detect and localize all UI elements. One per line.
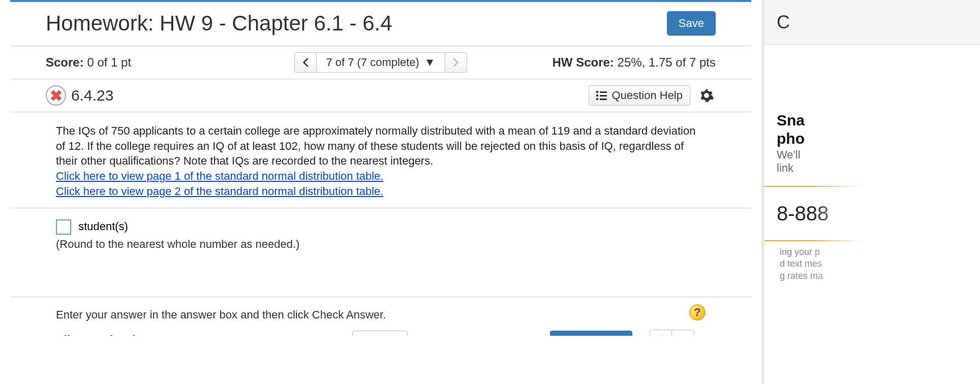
hw-score-display: HW Score: 25%, 1.75 of 7 pts bbox=[467, 55, 716, 70]
right-heading-2: pho bbox=[777, 130, 980, 147]
score-value: 0 of 1 pt bbox=[87, 55, 131, 69]
answer-input[interactable] bbox=[56, 219, 71, 235]
caret-down-icon: ▼ bbox=[424, 56, 436, 69]
question-number: 6.4.23 bbox=[71, 87, 113, 104]
page-title: Homework: HW 9 - Chapter 6.1 - 6.4 bbox=[46, 11, 392, 36]
table-link-page1[interactable]: Click here to view page 1 of the standar… bbox=[56, 170, 383, 182]
right-sub-1: We'll bbox=[777, 148, 980, 162]
round-note: (Round to the nearest whole number as ne… bbox=[56, 238, 706, 251]
fine-print-1: ing your p bbox=[780, 246, 980, 258]
fine-print-2: d text mes bbox=[780, 258, 980, 270]
save-button[interactable]: Save bbox=[667, 11, 716, 36]
question-help-label: Question Help bbox=[612, 89, 683, 102]
list-icon bbox=[596, 91, 607, 100]
fine-print-3: g rates ma bbox=[780, 270, 980, 282]
gear-icon bbox=[699, 88, 714, 103]
question-nav-text: 7 of 7 (7 complete) bbox=[326, 56, 419, 69]
chevron-left-icon bbox=[302, 58, 309, 67]
score-display: Score: 0 of 1 pt bbox=[46, 55, 294, 70]
hw-score-label: HW Score: bbox=[553, 55, 614, 69]
score-label: Score: bbox=[46, 55, 84, 69]
next-question-button[interactable] bbox=[445, 52, 467, 73]
table-link-page2[interactable]: Click here to view page 2 of the standar… bbox=[56, 185, 383, 198]
answer-unit: student(s) bbox=[78, 220, 128, 233]
right-heading-1: Sna bbox=[777, 112, 980, 129]
question-nav-dropdown[interactable]: 7 of 7 (7 complete) ▼ bbox=[317, 52, 444, 73]
right-sub-2: link bbox=[777, 162, 980, 175]
right-panel-header: C bbox=[764, 0, 980, 45]
footer-instruction: Enter your answer in the answer box and … bbox=[56, 308, 386, 321]
incorrect-icon: ✖ bbox=[46, 85, 66, 106]
prev-question-button[interactable] bbox=[294, 52, 317, 73]
question-help-button[interactable]: Question Help bbox=[589, 85, 690, 106]
help-button[interactable]: ? bbox=[689, 304, 706, 321]
hw-score-value: 25%, 1.75 of 7 pts bbox=[618, 55, 716, 69]
chevron-right-icon bbox=[452, 58, 460, 67]
top-accent-bar bbox=[10, 0, 751, 2]
right-header-text: C bbox=[777, 12, 790, 33]
question-text: The IQs of 750 applicants to a certain c… bbox=[56, 123, 706, 169]
phone-number: 8-888 bbox=[764, 187, 980, 240]
settings-button[interactable] bbox=[697, 86, 716, 105]
